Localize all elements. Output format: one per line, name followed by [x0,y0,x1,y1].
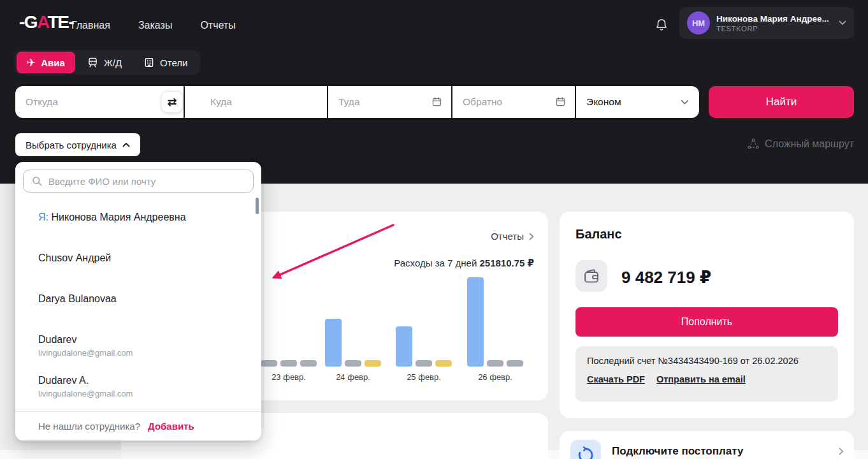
bar-group-label: 24 февр. [325,372,381,382]
employee-list-item[interactable]: Я: Никонова Мария Андреевна [15,212,261,252]
chevron-up-icon [122,142,130,147]
bar-gray [487,360,503,367]
bar-gray [345,360,361,367]
dropdown-footer: Не нашли сотрудника? Добавить [15,411,261,441]
swap-directions-button[interactable]: ⇄ [161,91,183,113]
tab-avia-label: Авиа [41,57,65,68]
search-submit-button[interactable]: Найти [709,86,854,118]
bar-gray [300,360,317,367]
app-root: Отчеты Расходы за 7 дней 251810.75 ₽ 23 … [0,0,868,459]
return-date-input[interactable] [452,86,575,118]
user-menu[interactable]: НМ Никонова Мария Андрее... TESTKORP [679,7,854,39]
employee-list-item[interactable]: Dudarev A. livingudalone@gmail.com [15,375,261,416]
employee-search-input[interactable] [48,176,245,187]
complex-route-link[interactable]: Сложный маршрут [747,138,854,150]
employee-name: Darya Bulanovaa [38,293,238,305]
last-invoice-box: Последний счет №3434343490-169 от 26.02.… [575,346,838,402]
bar-gray [416,360,432,367]
train-icon [87,57,99,69]
employee-name: Dudarev A. [38,375,238,386]
postpay-title: Подключите постоплату [612,445,743,458]
complex-route-label: Сложный маршрут [765,138,854,150]
download-pdf-link[interactable]: Скачать PDF [587,374,645,384]
logo-accent: A [37,12,48,32]
employee-name: Никонова Мария Андреевна [51,212,185,222]
topup-button[interactable]: Пополнить [575,307,838,337]
bar-group-label: 23 февр. [261,372,317,382]
bar-blue [467,277,484,367]
bar-group-label: 26 февр. [467,372,523,382]
balance-amount: 9 482 719 ₽ [621,268,711,288]
employee-list-item[interactable]: Chusov Андрей [15,252,261,293]
chevron-down-icon [839,20,846,26]
employee-email: livingudalone@gmail.com [38,348,238,358]
plane-icon: ✈ [27,57,36,68]
tab-avia[interactable]: ✈ Авиа [17,52,75,73]
tab-rail[interactable]: Ж/Д [76,52,132,73]
employee-dropdown: Я: Никонова Мария Андреевна Chusov Андре… [15,162,261,441]
from-input[interactable] [15,86,184,118]
gate-logo[interactable]: -GATE- [19,12,73,33]
user-company: TESTKORP [716,25,834,33]
bar-gray [507,360,523,367]
postpay-icon-box [570,440,601,459]
service-tabs: ✈ Авиа Ж/Д Отели [14,50,200,75]
search-icon [31,175,43,187]
select-employee-label: Выбрать сотрудника [25,140,117,150]
last-invoice-text: Последний счет №3434343490-169 от 26.02.… [587,356,827,366]
bar-gray [261,360,277,367]
employee-search-box [23,170,254,193]
from-field [15,86,184,118]
nav-item-reports[interactable]: Отчеты [200,20,235,31]
user-meta: Никонова Мария Андрее... TESTKORP [716,14,834,33]
not-found-question: Не нашли сотрудника? [38,421,140,432]
header-panel: -GATE- Главная Заказы Отчеты НМ Никонова… [0,0,868,184]
bar-yellow [365,360,381,367]
cabin-class-value: Эконом [576,96,621,108]
cabin-class-select[interactable]: Эконом [575,86,699,118]
employee-name: Chusov Андрей [38,252,238,264]
employee-list-item[interactable]: Dudarev livingudalone@gmail.com [15,334,261,375]
postpay-card[interactable]: Подключите постоплату [560,431,854,459]
employee-name: Dudarev [38,334,238,346]
bar-group: 25 февр. [396,326,452,367]
notifications-bell-icon[interactable] [655,17,669,33]
depart-date-input[interactable] [328,86,451,118]
tab-hotels[interactable]: Отели [133,52,198,73]
chevron-down-icon [681,99,689,105]
balance-title: Баланс [575,227,622,242]
nav-item-orders[interactable]: Заказы [138,20,172,31]
select-employee-button[interactable]: Выбрать сотрудника [15,133,140,156]
wallet-icon-box [575,260,607,292]
user-name: Никонова Мария Андрее... [716,14,834,24]
bar-blue [396,326,412,367]
to-input[interactable] [185,86,327,118]
bar-group: 24 февр. [325,319,381,367]
nav-item-home[interactable]: Главная [71,20,110,31]
topbar: -GATE- Главная Заказы Отчеты НМ Никонова… [0,0,868,45]
main-nav: Главная Заказы Отчеты [71,20,236,31]
logo-prefix: -G [19,12,37,32]
bar-group: 23 февр. [261,360,317,367]
bar-group: 26 февр. [467,277,523,367]
wallet-icon [582,267,600,285]
balance-card: Баланс 9 482 719 ₽ Пополнить Последний с… [560,212,854,418]
employee-list-item[interactable]: Darya Bulanovaa [15,293,261,334]
chevron-right-icon [839,448,844,455]
avatar: НМ [687,11,710,34]
employee-list: Я: Никонова Мария Андреевна Chusov Андре… [15,212,261,416]
add-employee-link[interactable]: Добавить [148,421,194,432]
postpay-clock-icon [576,446,595,459]
bar-blue [325,319,342,367]
return-date-field [451,86,575,118]
search-fields: Эконом [15,86,699,118]
me-prefix: Я: [38,212,48,222]
hotel-icon [143,57,155,68]
send-email-link[interactable]: Отправить на email [656,374,746,384]
to-field [184,86,327,118]
depart-date-field [327,86,451,118]
tab-hotels-label: Отели [160,57,187,68]
bar-gray [280,360,297,367]
swap-icon: ⇄ [167,95,177,109]
route-icon [747,138,760,150]
